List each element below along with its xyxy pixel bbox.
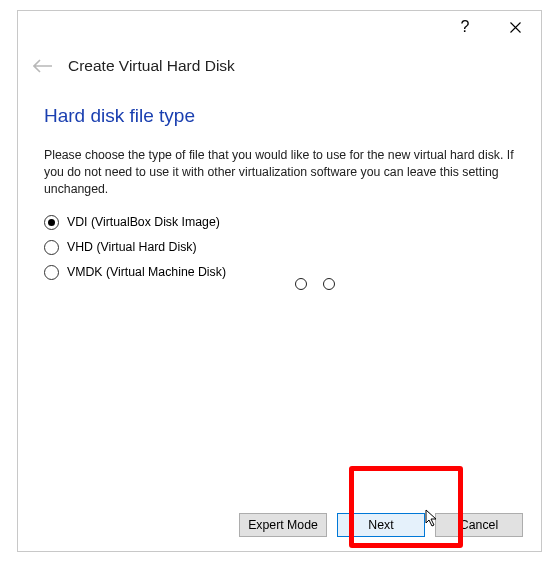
wizard-buttons: Expert Mode Next Cancel — [239, 513, 523, 537]
radio-vmdk[interactable]: VMDK (Virtual Machine Disk) — [44, 265, 515, 280]
file-type-radio-group: VDI (VirtualBox Disk Image) VHD (Virtual… — [44, 215, 515, 280]
wizard-title: Create Virtual Hard Disk — [68, 57, 235, 75]
titlebar: ? — [18, 11, 541, 43]
next-button[interactable]: Next — [337, 513, 425, 537]
close-icon — [510, 22, 521, 33]
cancel-button[interactable]: Cancel — [435, 513, 523, 537]
wizard-header: Create Virtual Hard Disk — [18, 43, 541, 81]
wizard-dialog: ? Create Virtual Hard Disk Hard disk fil… — [17, 10, 542, 552]
help-button[interactable]: ? — [449, 13, 481, 41]
back-button[interactable] — [32, 55, 54, 77]
back-arrow-icon — [33, 59, 53, 73]
radio-vhd[interactable]: VHD (Virtual Hard Disk) — [44, 240, 515, 255]
radio-icon — [44, 240, 59, 255]
radio-label: VDI (VirtualBox Disk Image) — [67, 215, 220, 229]
radio-vdi[interactable]: VDI (VirtualBox Disk Image) — [44, 215, 515, 230]
radio-icon — [44, 215, 59, 230]
unknown-small-circles — [295, 278, 335, 290]
close-button[interactable] — [499, 13, 531, 41]
radio-label: VMDK (Virtual Machine Disk) — [67, 265, 226, 279]
radio-label: VHD (Virtual Hard Disk) — [67, 240, 197, 254]
radio-icon — [44, 265, 59, 280]
section-description: Please choose the type of file that you … — [44, 147, 515, 199]
section-title: Hard disk file type — [44, 105, 515, 127]
expert-mode-button[interactable]: Expert Mode — [239, 513, 327, 537]
wizard-content: Hard disk file type Please choose the ty… — [18, 81, 541, 280]
